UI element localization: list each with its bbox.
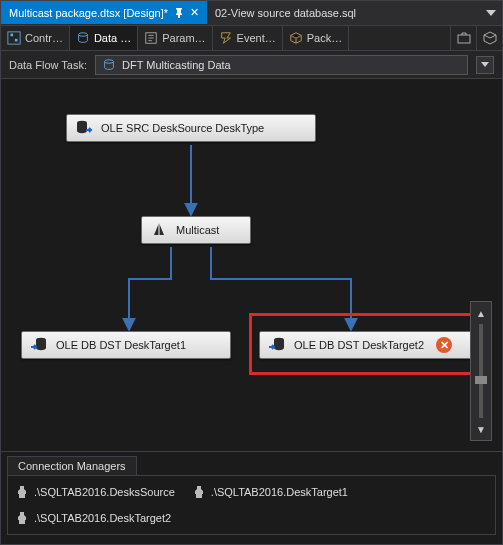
svg-rect-2 — [15, 39, 18, 42]
tab-other-document[interactable]: 02-View source database.sql — [207, 1, 364, 24]
data-flow-icon — [102, 58, 116, 72]
database-dest-icon — [30, 336, 48, 354]
node-label: OLE DB DST DeskTarget2 — [294, 339, 424, 351]
zoom-track[interactable] — [479, 324, 483, 418]
pin-icon[interactable] — [174, 8, 184, 18]
connection-managers-header[interactable]: Connection Managers — [7, 456, 137, 475]
zoom-out-button[interactable]: ▼ — [474, 422, 488, 436]
tab-label: 02-View source database.sql — [215, 7, 356, 19]
tab-event-handlers[interactable]: Event… — [213, 26, 283, 50]
svg-rect-5 — [458, 35, 470, 43]
tab-data-flow[interactable]: Data … — [70, 26, 138, 50]
connection-manager-item[interactable]: .\SQLTAB2016.DeskTarget1 — [193, 482, 348, 502]
close-icon[interactable]: ✕ — [190, 6, 199, 19]
dft-value: DFT Multicasting Data — [122, 59, 463, 71]
tab-label: Contr… — [25, 32, 63, 44]
svg-point-3 — [79, 33, 88, 37]
toolbox-button[interactable] — [450, 26, 476, 50]
database-source-icon — [75, 119, 93, 137]
zoom-slider: ▲ ▼ — [470, 301, 492, 441]
tab-label: Data … — [94, 32, 131, 44]
node-ole-dst-1[interactable]: OLE DB DST DeskTarget1 — [21, 331, 231, 359]
node-ole-dst-2[interactable]: OLE DB DST DeskTarget2 ✕ — [259, 331, 477, 359]
tab-package-explorer[interactable]: Pack… — [283, 26, 349, 50]
svg-rect-1 — [11, 34, 14, 37]
tab-label: Event… — [237, 32, 276, 44]
connection-label: .\SQLTAB2016.DesksSource — [34, 486, 175, 498]
node-multicast[interactable]: Multicast — [141, 216, 251, 244]
zoom-in-button[interactable]: ▲ — [474, 306, 488, 320]
node-label: OLE DB DST DeskTarget1 — [56, 339, 186, 351]
node-label: OLE SRC DeskSource DeskType — [101, 122, 264, 134]
zoom-thumb[interactable] — [475, 376, 487, 384]
connection-icon — [16, 511, 28, 525]
dft-label: Data Flow Task: — [9, 59, 87, 71]
variables-button[interactable] — [476, 26, 502, 50]
node-label: Multicast — [176, 224, 219, 236]
tab-active-document[interactable]: Multicast package.dtsx [Design]* ✕ — [1, 1, 207, 24]
connection-icon — [193, 485, 205, 499]
tab-label: Pack… — [307, 32, 342, 44]
design-canvas[interactable]: OLE SRC DeskSource DeskType Multicast OL… — [1, 79, 502, 452]
error-icon[interactable]: ✕ — [436, 337, 452, 353]
tab-parameters[interactable]: Param… — [138, 26, 212, 50]
designer-tab-bar: Contr… Data … Param… Event… Pack… — [1, 25, 502, 51]
connection-manager-item[interactable]: .\SQLTAB2016.DesksSource — [16, 482, 175, 502]
multicast-icon — [150, 221, 168, 239]
connection-managers-panel: Connection Managers .\SQLTAB2016.DesksSo… — [1, 452, 502, 544]
svg-point-6 — [105, 59, 114, 63]
tab-label: Multicast package.dtsx [Design]* — [9, 7, 168, 19]
document-tab-strip: Multicast package.dtsx [Design]* ✕ 02-Vi… — [1, 1, 502, 25]
svg-rect-0 — [8, 32, 20, 44]
dft-selector[interactable]: DFT Multicasting Data — [95, 55, 468, 75]
tab-control-flow[interactable]: Contr… — [1, 26, 70, 50]
connection-label: .\SQLTAB2016.DeskTarget2 — [34, 512, 171, 524]
connection-icon — [16, 485, 28, 499]
connection-label: .\SQLTAB2016.DeskTarget1 — [211, 486, 348, 498]
dft-dropdown-button[interactable] — [476, 56, 494, 74]
database-dest-icon — [268, 336, 286, 354]
connection-manager-item[interactable]: .\SQLTAB2016.DeskTarget2 — [16, 508, 171, 528]
data-flow-task-row: Data Flow Task: DFT Multicasting Data — [1, 51, 502, 79]
connection-managers-body: .\SQLTAB2016.DesksSource .\SQLTAB2016.De… — [7, 475, 496, 535]
tab-label: Param… — [162, 32, 205, 44]
tab-overflow-button[interactable] — [480, 1, 502, 24]
node-ole-src[interactable]: OLE SRC DeskSource DeskType — [66, 114, 316, 142]
